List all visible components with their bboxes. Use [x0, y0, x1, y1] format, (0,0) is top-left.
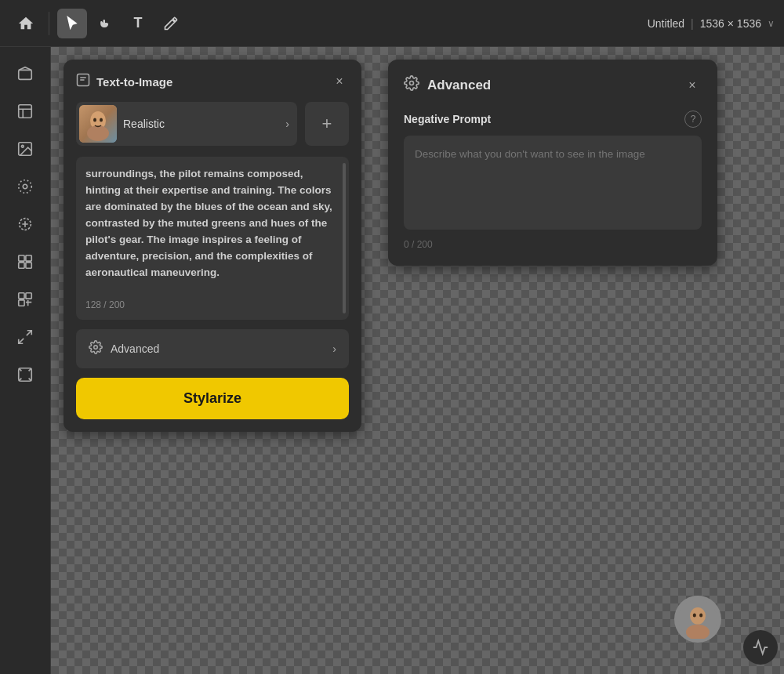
svg-point-26 — [693, 614, 696, 618]
svg-point-19 — [93, 118, 96, 122]
sidebar-item-expand[interactable] — [8, 320, 42, 354]
svg-rect-7 — [19, 255, 24, 261]
advanced-panel: Advanced × Negative Prompt ? 0 / 200 — [388, 60, 717, 266]
add-icon: + — [322, 114, 332, 134]
style-name-label: Realistic — [123, 118, 279, 130]
sidebar-item-corner[interactable] — [8, 357, 42, 392]
floating-avatar — [674, 596, 721, 643]
document-title: Untitled — [648, 17, 684, 30]
panel-header: Text-to-Image × — [76, 72, 349, 91]
canvas-dimensions: 1536 × 1536 — [700, 17, 761, 30]
svg-rect-12 — [26, 293, 31, 299]
stylarize-button[interactable]: Stylarize — [76, 378, 349, 419]
svg-rect-0 — [19, 70, 32, 79]
advanced-panel-header: Advanced × — [404, 75, 702, 95]
top-toolbar: T Untitled | 1536 × 1536 ∨ — [0, 0, 784, 47]
advanced-gear-icon — [89, 340, 103, 357]
advanced-close-icon: × — [688, 78, 695, 92]
panel-title-label: Text-to-Image — [96, 75, 172, 89]
stylarize-label: Stylarize — [183, 390, 241, 406]
text-tool-icon: T — [134, 15, 143, 31]
negative-prompt-counter: 0 / 200 — [404, 239, 702, 250]
canvas-area: Text-to-Image × — [51, 47, 784, 674]
select-tool-button[interactable] — [57, 9, 87, 38]
svg-point-24 — [690, 607, 706, 625]
chart-button[interactable] — [743, 630, 778, 665]
svg-point-4 — [23, 184, 27, 189]
style-chevron-icon: › — [285, 118, 289, 130]
sidebar-item-gallery[interactable] — [8, 132, 42, 166]
prompt-scrollbar[interactable] — [343, 163, 346, 313]
negative-prompt-textarea[interactable] — [404, 136, 702, 230]
style-selector[interactable]: Realistic › — [76, 102, 297, 146]
sidebar-item-adjust[interactable] — [8, 169, 42, 204]
left-sidebar — [0, 47, 51, 674]
close-icon: × — [336, 74, 343, 89]
prompt-container[interactable]: surroundings, the pilot remains composed… — [76, 157, 349, 320]
svg-point-3 — [21, 145, 24, 147]
svg-rect-13 — [19, 300, 24, 306]
text-to-image-panel: Text-to-Image × — [64, 60, 361, 432]
prompt-text[interactable]: surroundings, the pilot remains composed… — [85, 166, 339, 292]
toolbar-title: Untitled | 1536 × 1536 ∨ — [648, 17, 775, 30]
panel-close-button[interactable]: × — [330, 72, 349, 91]
negative-prompt-help-button[interactable]: ? — [684, 111, 702, 128]
svg-rect-8 — [26, 255, 31, 261]
sidebar-item-layers[interactable] — [8, 56, 42, 91]
sidebar-item-import[interactable] — [8, 94, 42, 129]
advanced-button[interactable]: Advanced › — [76, 329, 349, 368]
panel-title: Text-to-Image — [76, 73, 172, 90]
text-tool-button[interactable]: T — [123, 9, 153, 38]
toolbar-divider — [49, 12, 49, 35]
main-content: Text-to-Image × — [0, 47, 784, 674]
dimensions-chevron-icon[interactable]: ∨ — [768, 18, 775, 29]
pen-tool-button[interactable] — [156, 9, 186, 38]
text-to-image-icon — [76, 73, 90, 90]
svg-point-27 — [699, 614, 702, 618]
negative-prompt-label-row: Negative Prompt ? — [404, 111, 702, 128]
svg-point-5 — [19, 180, 32, 194]
svg-point-20 — [100, 118, 103, 122]
advanced-chevron-icon: › — [332, 342, 336, 355]
svg-point-25 — [686, 625, 710, 639]
add-style-button[interactable]: + — [305, 102, 349, 146]
svg-rect-10 — [26, 263, 31, 268]
home-button[interactable] — [11, 9, 41, 38]
style-thumbnail — [79, 105, 117, 143]
advanced-panel-gear-icon — [404, 75, 419, 95]
svg-rect-11 — [19, 293, 24, 299]
advanced-panel-close-button[interactable]: × — [683, 76, 702, 95]
help-icon: ? — [691, 114, 696, 125]
advanced-panel-title-label: Advanced — [427, 78, 491, 93]
svg-rect-9 — [19, 263, 24, 268]
svg-point-18 — [87, 125, 109, 141]
sidebar-item-select-add[interactable] — [8, 207, 42, 241]
prompt-counter: 128 / 200 — [85, 299, 339, 310]
sidebar-item-frames[interactable] — [8, 245, 42, 279]
hand-tool-button[interactable] — [90, 9, 120, 38]
sidebar-item-magic[interactable] — [8, 282, 42, 317]
style-selector-row: Realistic › + — [76, 102, 349, 146]
advanced-panel-title: Advanced — [404, 75, 491, 95]
svg-rect-1 — [19, 105, 32, 118]
advanced-label: Advanced — [111, 342, 325, 355]
negative-prompt-label: Negative Prompt — [404, 113, 491, 125]
